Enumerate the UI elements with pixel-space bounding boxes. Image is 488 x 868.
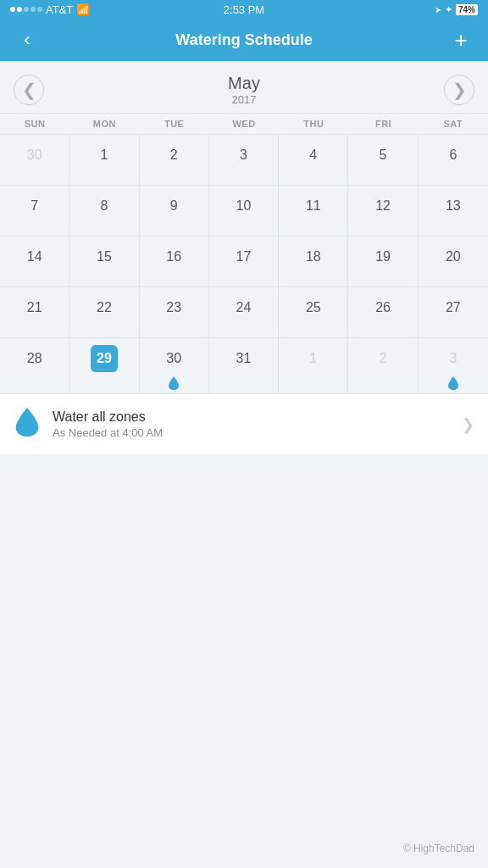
day-names-row: SUNMONTUEWEDTHUFRISAT [0, 113, 488, 135]
cal-cell[interactable]: 2 [348, 338, 418, 394]
cal-cell[interactable]: 8 [69, 186, 139, 236]
schedule-item[interactable]: Water all zones As Needed at 4:00 AM ❯ [0, 394, 488, 455]
back-button[interactable]: ‹ [14, 31, 41, 49]
cal-cell[interactable]: 14 [0, 236, 69, 287]
cal-cell[interactable]: 25 [279, 287, 348, 338]
cal-day-number: 3 [440, 345, 467, 372]
cal-day-number: 24 [230, 294, 257, 321]
cal-cell[interactable]: 3 [419, 338, 488, 394]
cal-cell[interactable]: 20 [419, 236, 488, 287]
status-time: 2:53 PM [224, 3, 264, 16]
day-name-wed: WED [209, 114, 279, 134]
cal-cell[interactable]: 21 [0, 287, 69, 338]
cal-cell[interactable]: 10 [209, 186, 279, 236]
cal-cell[interactable]: 1 [279, 338, 348, 394]
day-name-mon: MON [69, 114, 139, 134]
cal-cell[interactable]: 6 [419, 135, 488, 186]
day-name-fri: FRI [348, 114, 418, 134]
cal-cell[interactable]: 4 [279, 135, 348, 186]
cal-day-number: 21 [21, 294, 48, 321]
cal-day-number: 10 [230, 192, 257, 220]
cal-day-number: 31 [230, 345, 257, 372]
cal-day-number: 11 [300, 192, 327, 220]
cal-day-number: 9 [160, 192, 187, 220]
cal-day-number: 14 [21, 243, 48, 270]
cal-day-number: 2 [369, 345, 396, 372]
status-bar: AT&T 📶 2:53 PM ➤ ✦ 74% [0, 0, 488, 19]
cal-day-number: 19 [369, 243, 396, 270]
schedule-info: Water all zones As Needed at 4:00 AM [53, 409, 462, 439]
signal-dots [10, 7, 42, 12]
day-name-thu: THU [279, 114, 348, 134]
cal-cell[interactable]: 26 [348, 287, 418, 338]
water-drop-icon [14, 406, 41, 442]
cal-day-number: 18 [300, 243, 327, 270]
cal-day-number: 7 [21, 192, 48, 220]
cal-cell[interactable]: 27 [419, 287, 488, 338]
cal-day-number: 12 [369, 192, 396, 220]
month-year-display: May 2017 [228, 73, 260, 106]
cal-cell[interactable]: 28 [0, 338, 69, 394]
cal-cell[interactable]: 11 [279, 186, 348, 236]
add-button[interactable]: + [447, 29, 474, 51]
cal-day-number: 13 [440, 192, 467, 220]
cal-cell[interactable]: 30 [140, 338, 209, 394]
signal-dot-5 [37, 7, 42, 12]
cal-day-number: 6 [440, 142, 467, 169]
cal-day-number: 5 [369, 142, 396, 169]
cal-day-number: 26 [369, 294, 396, 321]
cal-day-number: 20 [440, 243, 467, 270]
signal-dot-1 [10, 7, 15, 12]
schedule-list: Water all zones As Needed at 4:00 AM ❯ [0, 394, 488, 455]
cal-day-number: 28 [21, 345, 48, 372]
cal-cell[interactable]: 17 [209, 236, 279, 287]
status-left: AT&T 📶 [10, 3, 90, 16]
cal-cell[interactable]: 23 [140, 287, 209, 338]
app-header: ‹ Watering Schedule + [0, 19, 488, 61]
prev-month-button[interactable]: ❮ [14, 75, 44, 105]
day-name-sun: SUN [0, 114, 69, 134]
month-header: ❮ May 2017 ❯ [0, 61, 488, 113]
cal-day-number: 3 [230, 142, 257, 169]
day-name-sat: SAT [419, 114, 488, 134]
cal-cell[interactable]: 29 [69, 338, 139, 394]
signal-dot-4 [30, 7, 36, 12]
year-label: 2017 [228, 93, 260, 106]
cal-cell[interactable]: 16 [140, 236, 209, 287]
cal-day-number: 30 [160, 345, 187, 372]
cal-day-number: 1 [91, 142, 118, 169]
cal-day-number: 30 [21, 142, 48, 169]
cal-cell[interactable]: 12 [348, 186, 418, 236]
cal-cell[interactable]: 15 [69, 236, 139, 287]
wifi-icon: 📶 [76, 3, 90, 16]
cal-cell[interactable]: 19 [348, 236, 418, 287]
cal-cell[interactable]: 13 [419, 186, 488, 236]
cal-cell[interactable]: 5 [348, 135, 418, 186]
chevron-right-icon: ❯ [452, 80, 467, 100]
cal-cell[interactable]: 9 [140, 186, 209, 236]
cal-cell[interactable]: 18 [279, 236, 348, 287]
cal-cell[interactable]: 22 [69, 287, 139, 338]
cal-cell[interactable]: 30 [0, 135, 69, 186]
cal-day-number: 23 [160, 294, 187, 321]
page-title: Watering Schedule [175, 31, 312, 49]
cal-cell[interactable]: 24 [209, 287, 279, 338]
next-month-button[interactable]: ❯ [444, 75, 474, 105]
cal-cell[interactable]: 1 [69, 135, 139, 186]
cal-day-number: 29 [91, 345, 118, 372]
cal-cell[interactable]: 3 [209, 135, 279, 186]
location-icon: ➤ [435, 5, 441, 14]
status-right: ➤ ✦ 74% [435, 4, 478, 15]
detail-chevron-icon: ❯ [462, 415, 474, 434]
chevron-left-icon: ❮ [22, 80, 36, 100]
cal-cell[interactable]: 31 [209, 338, 279, 394]
cal-day-number: 22 [91, 294, 118, 321]
cal-day-number: 2 [160, 142, 187, 169]
carrier-label: AT&T [46, 3, 73, 16]
cal-cell[interactable]: 2 [140, 135, 209, 186]
cal-cell[interactable]: 7 [0, 186, 69, 236]
calendar-grid: 3012345678910111213141516171819202122232… [0, 135, 488, 394]
cal-day-number: 1 [300, 345, 327, 372]
cal-day-number: 15 [91, 243, 118, 270]
cal-day-number: 4 [300, 142, 327, 169]
